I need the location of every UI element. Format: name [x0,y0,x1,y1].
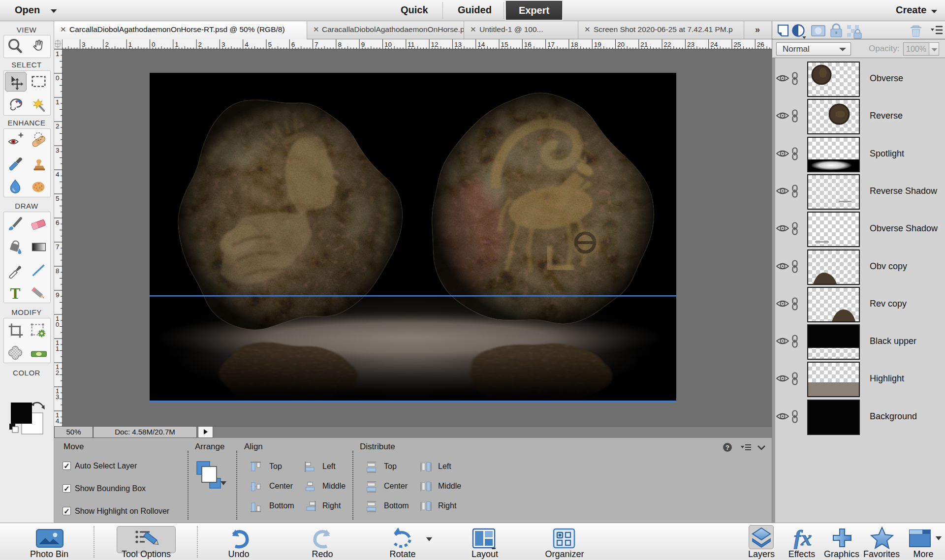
svg-text:13: 13 [454,41,462,48]
svg-text:5: 5 [56,195,60,202]
svg-text:T: T [10,285,21,302]
svg-text:1: 1 [56,98,60,106]
svg-text:21: 21 [640,41,648,48]
svg-text:9: 9 [56,291,60,299]
svg-text:6: 6 [56,219,60,226]
svg-text:2: 2 [56,123,60,130]
svg-text:7: 7 [56,243,60,250]
svg-text:4: 4 [56,171,60,178]
svg-text:2: 2 [198,41,202,48]
svg-text:15: 15 [501,41,508,48]
svg-text:0: 0 [56,321,59,328]
svg-text:?: ? [725,444,729,451]
svg-text:22: 22 [664,41,671,48]
svg-text:12: 12 [431,41,439,48]
svg-text:23: 23 [687,41,694,48]
svg-text:0: 0 [152,41,156,48]
svg-text:18: 18 [570,41,578,48]
svg-text:9: 9 [361,41,365,48]
svg-text:2: 2 [56,369,59,376]
svg-text:3: 3 [56,147,60,154]
svg-text:10: 10 [384,41,392,48]
svg-text:8: 8 [338,41,342,48]
svg-text:5: 5 [268,41,272,48]
svg-text:3: 3 [221,41,225,48]
svg-text:3: 3 [56,393,59,401]
svg-text:8: 8 [56,267,60,275]
svg-text:20: 20 [617,41,625,48]
svg-text:1: 1 [128,41,132,48]
svg-text:19: 19 [594,41,601,48]
svg-text:17: 17 [547,41,555,48]
svg-text:0: 0 [56,74,60,82]
svg-text:4: 4 [56,417,59,425]
svg-text:25: 25 [734,41,741,48]
svg-text:1: 1 [56,345,59,352]
svg-text:26: 26 [757,41,764,48]
svg-text:11: 11 [408,41,414,48]
svg-text:6: 6 [291,41,295,48]
svg-text:4: 4 [245,41,249,48]
svg-text:16: 16 [524,41,532,48]
svg-text:2: 2 [105,41,109,48]
svg-text:1: 1 [56,50,60,58]
svg-text:14: 14 [477,41,485,48]
svg-text:7: 7 [315,41,318,48]
svg-text:1: 1 [175,41,179,48]
svg-text:fx: fx [794,527,812,549]
svg-text:24: 24 [710,41,718,48]
svg-text:3: 3 [82,41,86,48]
